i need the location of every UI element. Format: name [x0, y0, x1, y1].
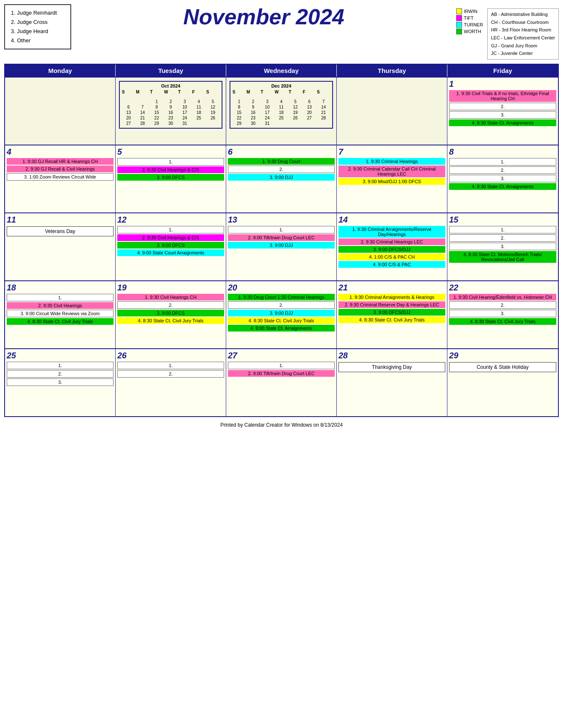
mc-d25: 25	[192, 115, 206, 121]
day-22: 22	[449, 283, 556, 293]
mc-d31: 31	[178, 121, 192, 126]
event-12-3: 3. 9:00 DFCS	[117, 242, 224, 249]
mc-d13: 13	[121, 110, 136, 115]
day-18: 18	[7, 283, 114, 293]
day-4: 4	[7, 147, 114, 157]
mc-d16: 16	[164, 110, 178, 115]
dc-d24: 24	[260, 115, 274, 121]
mc-d17: 17	[178, 110, 192, 115]
dc-d29: 29	[232, 121, 246, 126]
event-5-3: 3. 9:00 DFCS	[117, 174, 224, 181]
event-19-3: 3. 9:00 DFCS	[117, 310, 224, 316]
event-21-2: 2. 9:30 Criminal Reserve Day & Hearings …	[338, 301, 445, 308]
event-5-2: 2. 9:30 Civil Hearings & C/S	[117, 166, 224, 173]
week3-mon: 11 Veterans Day	[5, 213, 116, 280]
day-6: 6	[228, 147, 335, 157]
mc-w1: W	[164, 89, 178, 95]
week5-thu: 28 Thanksgiving Day	[337, 349, 447, 416]
week2-fri: 8 1. 2. 3. 4. 8:30 State Ct. Arraignment…	[447, 145, 558, 212]
event-18-3: 3. 9:00 Circuit Wide Reviews via Zoom	[7, 310, 114, 317]
event-26-1: 1.	[117, 362, 224, 369]
header-right: IRWIN TIFT TURNER WORTH AB - Administrat…	[456, 4, 559, 60]
legend-lec: LEC - Law Enforcement Center	[491, 34, 555, 42]
legend-worth: WORTH	[456, 28, 483, 34]
event-14-4a: 4. 1:00 C/S & PAC CH	[338, 254, 445, 260]
dc-f1: F	[302, 89, 317, 95]
event-19-1: 1. 9:30 Civil Hearings CH	[117, 294, 224, 301]
day-5: 5	[117, 147, 224, 157]
worth-label: WORTH	[464, 29, 481, 34]
mc-ss1: S	[206, 89, 220, 95]
week4-tue: 19 1. 9:30 Civil Hearings CH 2. 3. 9:00 …	[116, 281, 226, 348]
irwin-label: IRWIN	[464, 9, 477, 14]
event-20-1: 1. 9:30 Drug Court 1:30 Criminal Hearing…	[228, 294, 335, 301]
calendar: Monday Tuesday Wednesday Thursday Friday…	[4, 64, 559, 417]
event-8-4: 4. 8:30 State Ct. Arraignments	[449, 183, 556, 190]
dc-d20: 20	[302, 110, 317, 115]
week1-thu	[337, 78, 447, 145]
mini-dec: Dec 2024 SMTWTFS 1234567 891011121314 15…	[230, 81, 333, 129]
day-14: 14	[338, 215, 445, 225]
tift-color	[456, 15, 462, 21]
event-22-4: 4. 8:30 State Ct. Civil Jury Trials	[449, 318, 556, 325]
mc-t1: T	[150, 89, 164, 95]
day-26: 26	[117, 351, 224, 360]
dc-d3: 3	[260, 99, 274, 104]
header: 1. Judge Reinhardt 2. Judge Cross 3. Jud…	[4, 4, 559, 60]
event-25-3: 3.	[7, 378, 114, 386]
mc-s1: S	[121, 89, 136, 95]
week3-wed: 13 1. 2. 9:00 Tift/Irwin Drug Court LEC …	[226, 213, 337, 280]
event-15-1: 1.	[449, 226, 556, 233]
event-7-3: 3. 9:00 Misd/DJJ 1:00 DFCS	[338, 178, 445, 185]
event-13-1: 1.	[228, 226, 335, 233]
dc-d2: 2	[246, 99, 261, 104]
dc-d23: 23	[246, 115, 261, 121]
mc-d30: 30	[164, 121, 178, 126]
mc-d15: 15	[150, 110, 164, 115]
event-27-1: 1.	[228, 362, 335, 369]
mc-d26: 26	[206, 115, 220, 121]
event-20-4a: 4. 8:30 State Ct. Civil Jury Trials	[228, 317, 335, 324]
week1-wed: Dec 2024 SMTWTFS 1234567 891011121314 15…	[226, 78, 337, 145]
week4-wed: 20 1. 9:30 Drug Court 1:30 Criminal Hear…	[226, 281, 337, 348]
week3-tue: 12 1. 2. 9:30 Civil Hearings & C/S 3. 9:…	[116, 213, 226, 280]
week3-fri: 15 1. 2. 3. 4. 8:30 State Ct. Motions/Be…	[447, 213, 558, 280]
event-12-2: 2. 9:30 Civil Hearings & C/S	[117, 234, 224, 241]
mc-d5: 5	[206, 99, 220, 104]
mc-d12: 12	[206, 104, 220, 110]
mc-d3: 3	[178, 99, 192, 104]
mc-d22: 22	[150, 115, 164, 121]
dc-d4: 4	[274, 99, 289, 104]
event-6-2: 2.	[228, 166, 335, 173]
event-15-2: 2.	[449, 234, 556, 242]
dc-d19: 19	[288, 110, 302, 115]
event-25-1: 1.	[7, 362, 114, 369]
dc-d22: 22	[232, 115, 246, 121]
dc-d30: 30	[246, 121, 261, 126]
week4-thu: 21 1. 9:30 Criminal Arraignments & Heari…	[337, 281, 447, 348]
event-21-4: 4. 8:30 State Ct. Civil Jury Trials	[338, 316, 445, 323]
mc-d7: 7	[136, 104, 150, 110]
event-15-3: 3.	[449, 243, 556, 250]
dc-d5: 5	[288, 99, 302, 104]
mc-d20: 20	[121, 115, 136, 121]
mc-d28: 28	[136, 121, 150, 126]
event-8-2: 2.	[449, 166, 556, 174]
legend-irwin: IRWIN	[456, 8, 483, 14]
page: 1. Judge Reinhardt 2. Judge Cross 3. Jud…	[0, 0, 563, 434]
legend-text: AB - Administrative Building CH - Courth…	[487, 8, 559, 60]
event-1-2: 2.	[449, 103, 556, 110]
mc-blank1	[121, 99, 136, 104]
week5-wed: 27 1. 2. 9:00 Tift/Irwin Drug Court LEC	[226, 349, 337, 416]
mc-blank2	[136, 99, 150, 104]
mc-d19: 19	[206, 110, 220, 115]
week-2: 4 1. 9:30 GJ Recall HR & Hearings CH 2. …	[5, 145, 558, 212]
turner-label: TURNER	[464, 22, 483, 27]
dc-d25: 25	[274, 115, 289, 121]
dc-d6: 6	[302, 99, 317, 104]
mc-d27: 27	[121, 121, 136, 126]
day-12: 12	[117, 215, 224, 225]
irwin-color	[456, 8, 462, 14]
tift-label: TIFT	[464, 16, 473, 21]
mc-d11: 11	[192, 104, 206, 110]
